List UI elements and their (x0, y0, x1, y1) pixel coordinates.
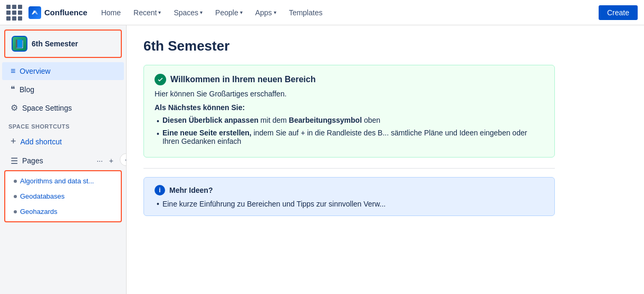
space-settings-label: Space Settings (22, 104, 72, 112)
welcome-list: • Diesen Überblick anpassen mit dem Bear… (155, 116, 544, 145)
topnav: Confluence Home Recent ▾ Spaces ▾ People… (0, 0, 644, 25)
settings-icon: ⚙ (11, 103, 18, 113)
bullet-icon: • (157, 200, 159, 208)
welcome-item-1: Diesen Überblick anpassen mit dem Bearbe… (162, 116, 380, 124)
welcome-header: Willkommen in Ihrem neuen Bereich (155, 74, 544, 85)
bullet-icon: • (157, 130, 159, 138)
blog-icon: ❝ (11, 84, 15, 94)
nav-blog[interactable]: ❝ Blog + (2, 80, 124, 99)
chevron-down-icon: ▾ (274, 9, 276, 15)
shortcuts-section-header: SPACE SHORTCUTS (0, 117, 126, 132)
pages-header[interactable]: ☰ Pages ··· + (2, 151, 124, 170)
list-item: • Eine neue Seite erstellen, indem Sie a… (157, 129, 544, 145)
list-item: • Diesen Überblick anpassen mit dem Bear… (157, 116, 544, 125)
pages-add-icon[interactable]: + (107, 155, 116, 166)
list-item[interactable]: Geodatabases (5, 189, 121, 204)
chevron-down-icon: ▾ (158, 9, 161, 15)
logo[interactable]: Confluence (28, 6, 88, 19)
info-icon: i (155, 185, 165, 195)
page-title: 6th Semester (143, 38, 627, 54)
nav-space-settings[interactable]: ⚙ Space Settings (2, 99, 124, 117)
pages-actions: ··· + (94, 155, 116, 166)
main-content: 6th Semester Willkommen in Ihrem neuen B… (127, 25, 644, 294)
pages-icon: ☰ (11, 156, 18, 166)
welcome-next-label: Als Nächstes können Sie: (155, 103, 544, 112)
bullet-icon (14, 210, 17, 213)
space-header[interactable]: 📘 6th Semester (4, 30, 122, 58)
page-label: Geodatabases (20, 192, 65, 200)
nav-home[interactable]: Home (96, 6, 126, 19)
space-name: 6th Semester (32, 40, 78, 48)
bullet-icon (14, 180, 17, 183)
ideas-title: Mehr Ideen? (169, 186, 213, 194)
list-item[interactable]: Algorithms and data st... (5, 173, 121, 189)
nav-recent[interactable]: Recent ▾ (128, 6, 166, 19)
add-shortcut[interactable]: + Add shortcut (2, 132, 124, 151)
nav-overview[interactable]: ≡ Overview (2, 62, 124, 80)
welcome-subtitle: Hier können Sie Großartiges erschaffen. (155, 90, 544, 98)
ideas-item-1: Eine kurze Einführung zu Bereichen und T… (162, 200, 386, 208)
check-icon (155, 74, 166, 85)
bullet-icon: • (157, 117, 159, 125)
create-button[interactable]: Create (599, 5, 638, 20)
main-layout: 📘 6th Semester ≡ Overview ❝ Blog + ⚙ Spa… (0, 25, 644, 294)
chevron-down-icon: ▾ (200, 9, 203, 15)
pages-more-icon[interactable]: ··· (94, 155, 105, 166)
welcome-item-2: Eine neue Seite erstellen, indem Sie auf… (162, 129, 544, 145)
overview-icon: ≡ (11, 66, 15, 76)
nav-spaces[interactable]: Spaces ▾ (168, 6, 208, 19)
space-icon: 📘 (12, 36, 27, 52)
nav-apps[interactable]: Apps ▾ (250, 6, 282, 19)
page-label: Algorithms and data st... (20, 177, 94, 185)
bullet-icon (14, 195, 17, 198)
welcome-title: Willkommen in Ihrem neuen Bereich (170, 75, 315, 84)
pages-list: Algorithms and data st... Geodatabases G… (4, 170, 122, 222)
add-shortcut-icon: + (11, 136, 16, 147)
welcome-box: Willkommen in Ihrem neuen Bereich Hier k… (143, 65, 555, 158)
pages-label: Pages (22, 156, 43, 165)
chevron-down-icon: ▾ (240, 9, 243, 15)
list-item[interactable]: Geohazards (5, 204, 121, 219)
confluence-logo-icon (28, 6, 41, 19)
nav-people[interactable]: People ▾ (210, 6, 248, 19)
divider (143, 168, 555, 169)
ideas-box: i Mehr Ideen? • Eine kurze Einführung zu… (143, 177, 555, 216)
apps-grid-icon[interactable] (6, 5, 22, 21)
nav-templates[interactable]: Templates (284, 6, 328, 19)
add-shortcut-label: Add shortcut (21, 138, 62, 146)
page-label: Geohazards (20, 208, 57, 215)
ideas-list: • Eine kurze Einführung zu Bereichen und… (155, 200, 544, 208)
sidebar: 📘 6th Semester ≡ Overview ❝ Blog + ⚙ Spa… (0, 25, 127, 294)
overview-label: Overview (20, 67, 50, 75)
ideas-header: i Mehr Ideen? (155, 185, 544, 195)
list-item: • Eine kurze Einführung zu Bereichen und… (157, 200, 544, 208)
blog-label: Blog (20, 85, 34, 94)
logo-text: Confluence (44, 8, 88, 17)
